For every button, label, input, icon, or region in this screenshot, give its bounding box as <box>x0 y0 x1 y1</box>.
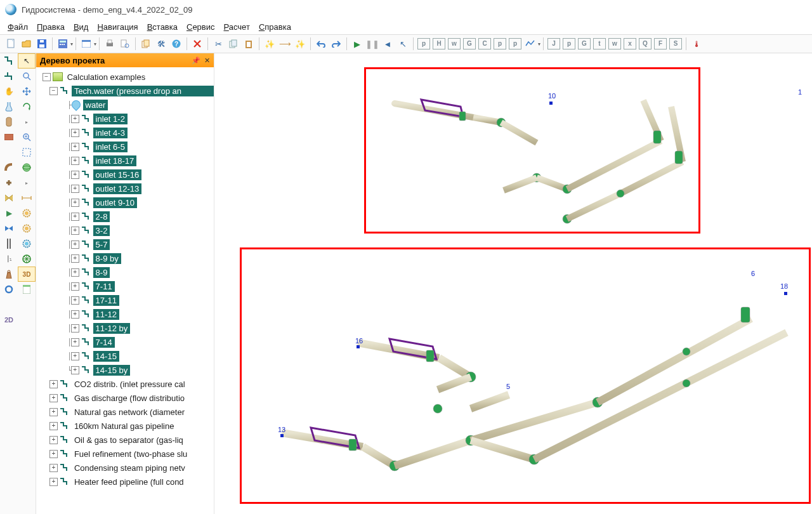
window-icon[interactable] <box>79 37 93 51</box>
lt-pipe2[interactable] <box>0 69 18 84</box>
menu-service[interactable]: Сервис <box>187 22 215 32</box>
main-viewport[interactable]: 10 1 4 <box>214 53 812 514</box>
lt-zoomfit[interactable] <box>18 129 36 145</box>
lt-3d[interactable]: 3D <box>18 267 36 282</box>
lt-tree[interactable] <box>0 175 18 190</box>
tree-branch[interactable]: │+inlet 1-2 <box>39 112 214 126</box>
lt-rotate[interactable] <box>18 99 36 114</box>
tree-branch[interactable]: │+3-2 <box>39 223 214 237</box>
wand-icon[interactable]: ✨ <box>263 37 277 51</box>
paste-icon[interactable] <box>242 37 256 51</box>
temp-icon[interactable]: 🌡 <box>690 37 704 51</box>
tree-branch[interactable]: │+inlet 6-5 <box>39 140 214 154</box>
lt-valve[interactable] <box>0 190 18 206</box>
tools-icon[interactable]: 🛠 <box>154 37 168 51</box>
lt-globe[interactable] <box>18 160 36 175</box>
cut-icon[interactable]: ✂ <box>211 37 225 51</box>
tree-project[interactable]: +CO2 distrib. (inlet pressure cal <box>39 377 214 391</box>
cursor-icon[interactable]: ↖ <box>396 37 410 51</box>
tree-branch[interactable]: │+14-15 <box>39 349 214 363</box>
tree-branch[interactable]: │+8-9 by <box>39 251 214 265</box>
r2-t[interactable]: t <box>593 37 606 51</box>
tree-branch[interactable]: │+7-11 <box>39 279 214 293</box>
lt-dots2[interactable]: ▸ <box>18 175 36 190</box>
tree-branch[interactable]: └+14-15 by <box>39 363 214 377</box>
lt-scale[interactable]: ┃₁ <box>0 251 18 267</box>
tree-project[interactable]: +Oil & gas to separator (gas-liq <box>39 433 214 447</box>
panel-close-icon[interactable]: ✕ <box>204 56 210 65</box>
res-p3[interactable]: p <box>508 37 522 51</box>
lt-vbar[interactable] <box>0 236 18 251</box>
lt-zoom[interactable] <box>18 69 36 84</box>
tree-branch[interactable]: │+11-12 by <box>39 321 214 335</box>
lt-ring[interactable] <box>0 282 18 297</box>
res-h[interactable]: H <box>432 37 446 51</box>
copy-icon[interactable] <box>139 37 153 51</box>
lt-select[interactable]: ↖ <box>18 53 36 69</box>
panel-pin-icon[interactable]: 📌 <box>192 56 200 65</box>
tree-branch[interactable]: │+11-12 <box>39 307 214 321</box>
r2-x[interactable]: x <box>623 37 637 51</box>
lt-wheel[interactable] <box>18 251 36 267</box>
menu-insert[interactable]: Вставка <box>147 22 178 32</box>
lt-pipe[interactable] <box>0 53 18 69</box>
prev-icon[interactable]: ◄ <box>381 37 395 51</box>
preview-icon[interactable] <box>118 37 132 51</box>
lt-bound[interactable] <box>18 145 36 160</box>
lt-gear2[interactable] <box>18 221 36 236</box>
r2-j[interactable]: J <box>547 37 561 51</box>
tree-project[interactable]: +160km Natural gas pipeline <box>39 419 214 433</box>
menu-calc[interactable]: Расчет <box>224 22 250 32</box>
menu-nav[interactable]: Навигация <box>97 22 138 32</box>
res-g[interactable]: G <box>462 37 476 51</box>
pause-icon[interactable]: ❚❚ <box>365 37 379 51</box>
open-file-icon[interactable] <box>20 37 34 51</box>
lt-flask[interactable] <box>0 99 18 114</box>
tree-branch[interactable]: │+7-14 <box>39 335 214 349</box>
menu-edit[interactable]: Правка <box>37 22 65 32</box>
res-w[interactable]: w <box>447 37 461 51</box>
res-p2[interactable]: p <box>493 37 507 51</box>
tree-branch[interactable]: │+outlet 9-10 <box>39 195 214 209</box>
res-c[interactable]: C <box>478 37 492 51</box>
lt-sheet[interactable] <box>18 282 36 297</box>
new-file-icon[interactable] <box>4 37 18 51</box>
save-icon[interactable] <box>35 37 49 51</box>
lt-box[interactable] <box>0 129 18 145</box>
tree-root[interactable]: − Calculation examples <box>39 70 214 84</box>
undo-icon[interactable] <box>314 37 328 51</box>
lt-gear3[interactable] <box>18 236 36 251</box>
link-icon[interactable]: ⟶ <box>278 37 292 51</box>
calc-icon[interactable] <box>56 37 70 51</box>
delete-icon[interactable] <box>190 37 204 51</box>
menu-help[interactable]: Справка <box>259 22 291 32</box>
tree-selected-project[interactable]: − Tech.water (pressure drop an <box>39 84 214 98</box>
lt-hand[interactable]: ✋ <box>0 84 18 99</box>
tree-branch[interactable]: │+inlet 4-3 <box>39 126 214 140</box>
tree-project[interactable]: +Heater feed pipeline (full cond <box>39 475 214 489</box>
lt-gear1[interactable] <box>18 206 36 221</box>
menu-view[interactable]: Вид <box>74 22 89 32</box>
wand2-icon[interactable]: ✨ <box>293 37 307 51</box>
r2-w[interactable]: w <box>608 37 622 51</box>
tree-branch[interactable]: │+outlet 15-16 <box>39 168 214 181</box>
tree-project[interactable]: +Natural gas network (diameter <box>39 405 214 419</box>
lt-weight[interactable] <box>0 267 18 282</box>
lt-move[interactable] <box>18 84 36 99</box>
r2-s[interactable]: S <box>669 37 683 51</box>
play-icon[interactable]: ▶ <box>350 37 364 51</box>
copy2-icon[interactable] <box>226 37 240 51</box>
lt-dim[interactable] <box>18 190 36 206</box>
r2-f[interactable]: F <box>653 37 667 51</box>
tree-branch[interactable]: │+17-11 <box>39 293 214 307</box>
tree-project[interactable]: +Condensing steam piping netv <box>39 461 214 475</box>
lt-dots1[interactable]: ▸ <box>18 114 36 129</box>
r2-g[interactable]: G <box>577 37 591 51</box>
menu-file[interactable]: Файл <box>8 22 28 32</box>
tree-project[interactable]: +Fuel refinement (two-phase slu <box>39 447 214 461</box>
tree-water[interactable]: ├ water <box>39 98 214 112</box>
print-icon[interactable] <box>103 37 117 51</box>
tree-branch[interactable]: │+inlet 18-17 <box>39 154 214 168</box>
tree-branch[interactable]: │+5-7 <box>39 237 214 251</box>
r2-q[interactable]: Q <box>638 37 652 51</box>
